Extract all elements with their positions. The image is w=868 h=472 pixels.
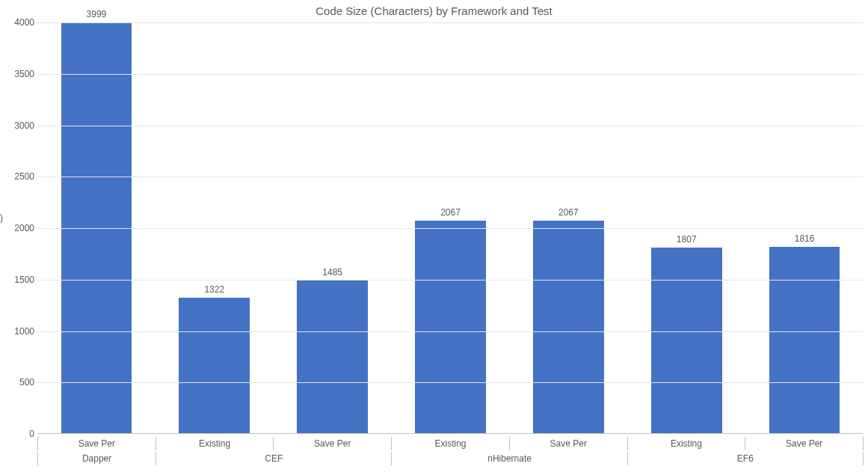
x-category-label: Existing <box>391 437 509 450</box>
plot-area: 3999132214852067206718071816 <box>37 22 864 434</box>
x-category-label: Save Per <box>37 437 156 450</box>
bar: 1322 <box>179 298 250 433</box>
bar-value-label: 1322 <box>204 284 224 298</box>
x-axis-categories: Save PerExistingSave PerExistingSave Per… <box>37 437 864 450</box>
bar-value-label: 1807 <box>677 234 697 248</box>
x-category-label: Save Per <box>273 437 391 450</box>
x-category-label: Save Per <box>745 437 864 450</box>
bar: 2067 <box>415 221 486 433</box>
y-tick-label: 2500 <box>4 171 34 182</box>
y-tick-label: 0 <box>4 429 34 439</box>
gridline <box>37 280 864 281</box>
bar-value-label: 2067 <box>440 207 461 221</box>
x-group-label: Dapper <box>37 452 156 465</box>
gridline <box>37 382 864 383</box>
gridline <box>37 126 864 126</box>
y-tick-label: 500 <box>4 377 34 387</box>
bar-value-label: 1816 <box>795 233 815 247</box>
x-category-label: Existing <box>627 437 745 450</box>
y-tick-label: 2000 <box>4 223 34 233</box>
chart-title: Code Size (Characters) by Framework and … <box>0 4 868 17</box>
bar: 1807 <box>651 248 722 433</box>
y-tick-label: 1500 <box>4 275 34 285</box>
bar: 1485 <box>297 281 368 433</box>
x-group-label: EF6 <box>627 452 864 465</box>
y-tick-label: 1000 <box>4 326 34 337</box>
x-category-label: Save Per <box>509 437 627 450</box>
chart-container: Code Size (Characters) by Framework and … <box>0 0 868 472</box>
bar-value-label: 3999 <box>87 9 107 22</box>
x-group-label: CEF <box>156 452 391 465</box>
bar-value-label: 2067 <box>558 207 579 221</box>
gridline <box>37 331 864 332</box>
bar: 2067 <box>533 221 604 433</box>
y-tick-label: 4000 <box>4 17 34 28</box>
gridline <box>37 228 864 229</box>
stray-glyph-left: ) <box>0 212 3 223</box>
x-axis-groups: DapperCEFnHibernateEF6 <box>37 452 864 465</box>
bar-value-label: 1485 <box>322 267 342 281</box>
y-tick-label: 3500 <box>4 69 34 79</box>
y-tick-label: 3000 <box>4 120 34 131</box>
bar: 1816 <box>769 247 840 433</box>
gridline <box>37 22 864 23</box>
x-category-label: Existing <box>156 437 274 450</box>
gridline <box>37 177 864 177</box>
x-group-label: nHibernate <box>391 452 627 465</box>
gridline <box>37 74 864 75</box>
